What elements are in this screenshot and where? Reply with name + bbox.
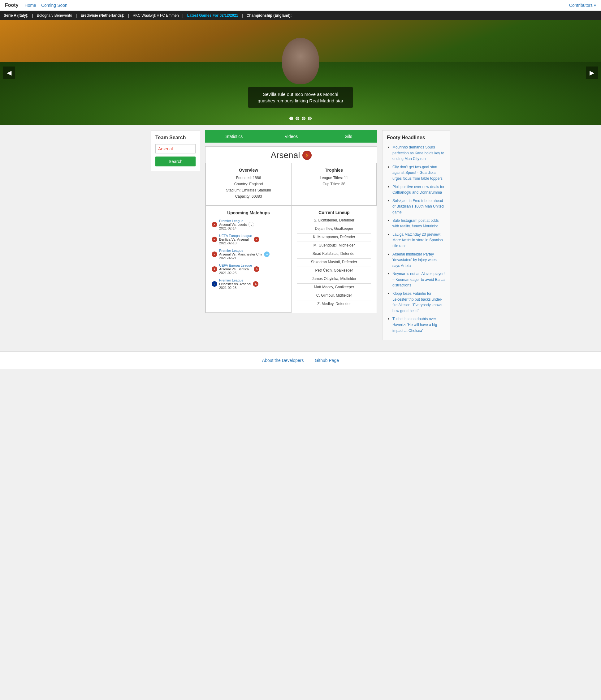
match2-home-badge: B xyxy=(212,236,217,242)
ticker-sep-5: | xyxy=(242,13,243,18)
ticker-league-2: Eredivisie (Netherlands): xyxy=(80,13,124,18)
match5-away-badge: A xyxy=(253,281,258,287)
hero-dot-1[interactable] xyxy=(289,117,293,120)
hero-dot-4[interactable] xyxy=(308,117,312,120)
ticker-sep-4: | xyxy=(183,13,184,18)
match2-teams: Benfica Vs. Arsenal xyxy=(219,238,252,241)
team-name: Arsenal xyxy=(271,150,300,160)
player-2: Dejan Iliev, Goalkeeper xyxy=(297,226,371,231)
search-button[interactable]: Search xyxy=(155,156,196,167)
match3-home-badge: A xyxy=(212,251,217,257)
sidebar-right: Footy Headlines Mourinho demands Spurs p… xyxy=(382,130,450,340)
player-1: S. Lichtsteiner, Defender xyxy=(297,218,371,223)
player-9: Matt Macey, Goalkeeper xyxy=(297,285,371,290)
page-footer: About the Developers Github Page xyxy=(0,351,601,369)
contributors-menu[interactable]: Contributors ▾ xyxy=(569,3,596,8)
match5-home-badge: L xyxy=(212,281,217,287)
headline-item-9: Klopp loses Fabinho for Leicester trip b… xyxy=(392,291,446,314)
match5-teams: Leicester Vs. Arsenal xyxy=(219,282,251,286)
player-7: Petr Čech, Goalkeeper xyxy=(297,268,371,273)
ticker-match-2: RKC Waalwijk v FC Emmen xyxy=(133,13,179,18)
hero-dots xyxy=(289,117,312,120)
match4-away-badge: B xyxy=(254,266,259,272)
headline-item-10: Tuchel has no doubts over Havertz: 'He w… xyxy=(392,316,446,333)
player-8: James Olayinka, Midfielder xyxy=(297,277,371,281)
country: Country: England xyxy=(212,182,285,186)
footer-about-link[interactable]: About the Developers xyxy=(262,358,304,363)
headline-item-2: City don't get two-goal start against Sp… xyxy=(392,164,446,181)
hero-prev-button[interactable]: ◀ xyxy=(3,67,15,79)
headline-item-8: Neymar is not an Alaves player! – Koeman… xyxy=(392,271,446,288)
upcoming-matchups-cell: Upcoming Matchups A Premier League Arsen… xyxy=(206,206,291,313)
overview-title: Overview xyxy=(212,168,285,173)
match3-teams: Arsenal Vs. Manchester City xyxy=(219,252,262,256)
lineup-cell: Current Lineup S. Lichtsteiner, Defender… xyxy=(291,206,377,313)
match-item-5: L Premier League Leicester Vs. Arsenal 2… xyxy=(212,278,285,290)
match-item-2: B UEFA Europa League Benfica Vs. Arsenal… xyxy=(212,234,285,245)
team-search-title: Team Search xyxy=(155,135,196,141)
stadium: Stadium: Emirates Stadium xyxy=(212,188,285,193)
founded: Founded: 1886 xyxy=(212,176,285,180)
match-item-1: A Premier League Arsenal Vs. Leeds 2021-… xyxy=(212,219,285,230)
team-search-panel: Team Search Search xyxy=(151,130,200,171)
headline-link-8[interactable]: Neymar is not an Alaves player! – Koeman… xyxy=(392,272,445,288)
player-11: Z. Medley, Defender xyxy=(297,302,371,306)
player-3: K. Mavropanos, Defender xyxy=(297,235,371,240)
ticker-league-3: Championship (England): xyxy=(247,13,292,18)
player-5: Sead Kolašinac, Defender xyxy=(297,251,371,256)
sidebar-left: Team Search Search xyxy=(151,130,200,340)
upcoming-title: Upcoming Matchups xyxy=(212,210,285,215)
ticker-match-1: Bologna v Benevento xyxy=(37,13,72,18)
headline-link-1[interactable]: Mourinho demands Spurs perfection as Kan… xyxy=(392,145,444,161)
matchups-lineup-grid: Upcoming Matchups A Premier League Arsen… xyxy=(206,205,377,313)
headline-link-6[interactable]: LaLiga Matchday 23 preview: More twists … xyxy=(392,232,443,248)
overview-cell: Overview Founded: 1886 Country: England … xyxy=(206,163,291,205)
headline-link-5[interactable]: Bale Instagram post at odds with reality… xyxy=(392,218,438,229)
hero-dot-2[interactable] xyxy=(295,117,299,120)
hero-content: Sevilla rule out Isco move as Monchi qua… xyxy=(248,38,353,108)
ticker-sep-2: | xyxy=(76,13,77,18)
trophies-cell: Trophies League Titles: 11 Cup Titles: 3… xyxy=(291,163,377,205)
headline-item-1: Mourinho demands Spurs perfection as Kan… xyxy=(392,144,446,161)
match4-date: 2021-02-25 xyxy=(219,271,252,275)
headline-link-7[interactable]: Arsenal midfielder Partey 'devastated' b… xyxy=(392,252,438,268)
search-input[interactable] xyxy=(155,144,196,153)
match1-date: 2021-02-14 xyxy=(219,226,247,230)
arsenal-badge: ⚔ xyxy=(302,151,312,160)
headline-link-10[interactable]: Tuchel has no doubts over Havertz: 'He w… xyxy=(392,317,437,332)
ticker-sep-3: | xyxy=(128,13,129,18)
hero-next-button[interactable]: ▶ xyxy=(586,67,598,79)
headline-link-4[interactable]: Solskjaer in Fred tribute ahead of Brazi… xyxy=(392,199,444,215)
team-header: Arsenal ⚔ xyxy=(206,147,377,163)
nav-coming-soon[interactable]: Coming Soon xyxy=(41,3,68,8)
match1-league: Premier League xyxy=(219,219,247,223)
headline-item-5: Bale Instagram post at odds with reality… xyxy=(392,218,446,229)
headline-link-3[interactable]: Pioli positive over new deals for Calhan… xyxy=(392,185,444,195)
match2-league: UEFA Europa League xyxy=(219,234,252,238)
main-layout: Team Search Search Statistics Videos Gif… xyxy=(146,125,455,345)
match2-away-badge: A xyxy=(254,236,259,242)
tab-videos[interactable]: Videos xyxy=(262,130,320,143)
brand-logo: Footy xyxy=(5,2,19,8)
headline-link-9[interactable]: Klopp loses Fabinho for Leicester trip b… xyxy=(392,291,442,313)
ticker-league-1: Serie A (Italy): xyxy=(4,13,28,18)
capacity: Capacity: 60383 xyxy=(212,194,285,199)
match3-league: Premier League xyxy=(219,249,262,252)
ticker-sep-1: | xyxy=(32,13,33,18)
footer-github-link[interactable]: Github Page xyxy=(315,358,339,363)
headline-link-2[interactable]: City don't get two-goal start against Sp… xyxy=(392,165,442,181)
nav-home[interactable]: Home xyxy=(25,3,36,8)
match-item-3: A Premier League Arsenal Vs. Manchester … xyxy=(212,249,285,260)
tab-statistics[interactable]: Statistics xyxy=(205,130,262,143)
hero-dot-3[interactable] xyxy=(302,117,306,120)
player-10: C. Gilmour, Midfielder xyxy=(297,293,371,298)
match5-date: 2021-02-28 xyxy=(219,286,251,290)
overview-trophies-grid: Overview Founded: 1886 Country: England … xyxy=(206,163,377,205)
match1-away-badge: L xyxy=(248,222,254,227)
headlines-panel: Footy Headlines Mourinho demands Spurs p… xyxy=(382,130,450,340)
match3-date: 2021-02-21 xyxy=(219,256,262,260)
tab-gifs[interactable]: Gifs xyxy=(319,130,377,143)
headlines-title: Footy Headlines xyxy=(387,135,446,141)
headline-item-6: LaLiga Matchday 23 preview: More twists … xyxy=(392,231,446,249)
match1-teams: Arsenal Vs. Leeds xyxy=(219,223,247,226)
